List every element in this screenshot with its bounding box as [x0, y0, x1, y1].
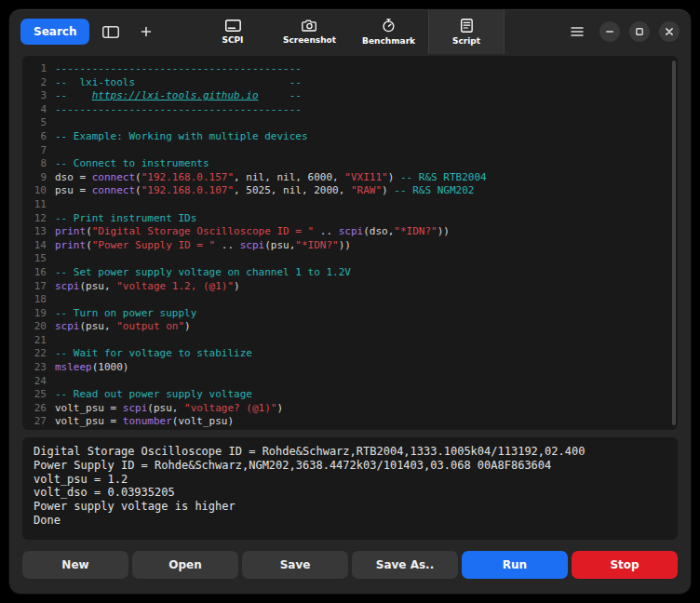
- code-line: 20scpi(psu, "output on"): [22, 320, 678, 334]
- code-line: 1---------------------------------------…: [22, 62, 678, 76]
- maximize-button[interactable]: [629, 21, 650, 42]
- code-line: 10psu = connect("192.168.0.107", 5025, n…: [22, 184, 678, 198]
- code-line: 13print("Digital Storage Oscilloscope ID…: [22, 225, 678, 239]
- code-line: 27volt_psu = tonumber(volt_psu): [22, 415, 678, 429]
- line-number: 11: [22, 198, 55, 212]
- line-number: 16: [22, 266, 55, 280]
- camera-icon: [302, 20, 317, 32]
- tab-scpi[interactable]: SCPI: [195, 9, 270, 54]
- new-tab-button[interactable]: [132, 18, 160, 46]
- line-number: 23: [22, 361, 55, 375]
- line-number: 19: [22, 307, 55, 321]
- line-number: 7: [22, 144, 55, 158]
- line-number: 17: [22, 280, 55, 294]
- line-number: 1: [22, 62, 55, 76]
- line-number: 4: [22, 103, 55, 117]
- code-line: 11: [22, 198, 678, 212]
- console-line: Digital Storage Oscilloscope ID = Rohde&…: [34, 445, 666, 459]
- line-number: 25: [22, 388, 55, 402]
- code-line: 23msleep(1000): [22, 361, 678, 375]
- code-line: 2-- lxi-tools --: [22, 76, 678, 90]
- code-line: 24: [22, 375, 678, 389]
- line-number: 14: [22, 239, 55, 253]
- line-number: 27: [22, 415, 55, 429]
- code-line: 5: [22, 116, 678, 130]
- menu-button[interactable]: [564, 19, 590, 45]
- console-line: Power supply voltage is higher: [34, 500, 666, 514]
- line-number: 9: [22, 171, 55, 185]
- tab-script[interactable]: Script: [428, 9, 505, 54]
- code-line: 25-- Read out power supply voltage: [22, 388, 678, 402]
- open-button[interactable]: Open: [132, 551, 238, 579]
- tab-label: SCPI: [222, 35, 243, 45]
- line-number: 22: [22, 347, 55, 361]
- console-line: volt_psu = 1.2: [34, 473, 666, 487]
- tab-label: Benchmark: [362, 36, 415, 46]
- line-number: 26: [22, 402, 55, 416]
- close-icon: [665, 27, 674, 36]
- line-number: 13: [22, 225, 55, 239]
- new-button[interactable]: New: [22, 551, 128, 579]
- footer-actions: New Open Save Save As.. Run Stop: [9, 540, 691, 594]
- headerbar: Search SCPI Screenshot: [9, 9, 691, 54]
- console-line: Done: [34, 514, 666, 528]
- save-as-button[interactable]: Save As..: [352, 551, 458, 579]
- line-number: 20: [22, 320, 55, 334]
- tab-screenshot[interactable]: Screenshot: [270, 9, 349, 54]
- editor-scrollbar[interactable]: [672, 60, 676, 425]
- mode-tabs: SCPI Screenshot Benchmark Script: [195, 9, 505, 54]
- code-line: 26volt_psu = scpi(psu, "voltage? (@1)"): [22, 402, 678, 416]
- close-button[interactable]: [659, 21, 680, 42]
- line-number: 24: [22, 375, 55, 389]
- tab-benchmark[interactable]: Benchmark: [349, 9, 428, 54]
- tab-label: Screenshot: [283, 35, 336, 45]
- code-line: 16-- Set power supply voltage on channel…: [22, 266, 678, 280]
- code-line: 8-- Connect to instruments: [22, 157, 678, 171]
- minimize-button[interactable]: [599, 21, 620, 42]
- plus-icon: [141, 26, 152, 37]
- code-line: 4---------------------------------------…: [22, 103, 678, 117]
- console-line: Power Supply ID = Rohde&Schwarz,NGM202,3…: [34, 459, 666, 473]
- code-line: 17scpi(psu, "voltage 1.2, (@1)"): [22, 280, 678, 294]
- line-number: 21: [22, 334, 55, 348]
- code-editor[interactable]: 1---------------------------------------…: [22, 56, 678, 430]
- code-line: 19-- Turn on power supply: [22, 307, 678, 321]
- console-output: Digital Storage Oscilloscope ID = Rohde&…: [22, 437, 678, 540]
- sidebar-toggle-icon: [102, 26, 119, 38]
- code-line: 21: [22, 334, 678, 348]
- line-number: 12: [22, 212, 55, 226]
- save-button[interactable]: Save: [242, 551, 348, 579]
- hamburger-menu-icon: [571, 26, 584, 37]
- search-button[interactable]: Search: [20, 19, 89, 45]
- line-number: 2: [22, 76, 55, 90]
- line-number: 15: [22, 252, 55, 266]
- code-lines: 1---------------------------------------…: [22, 62, 678, 429]
- code-line: 9dso = connect("192.168.0.157", nil, nil…: [22, 171, 678, 185]
- line-number: 18: [22, 293, 55, 307]
- code-line: 12-- Print instrument IDs: [22, 212, 678, 226]
- maximize-icon: [635, 27, 644, 36]
- line-number: 10: [22, 184, 55, 198]
- code-line: 14print("Power Supply ID = " .. scpi(psu…: [22, 239, 678, 253]
- code-line: 3-- https://lxi-tools.github.io --: [22, 89, 678, 103]
- tab-label: Script: [452, 36, 480, 46]
- console-line: volt_dso = 0.03935205: [34, 486, 666, 500]
- stopwatch-icon: [382, 19, 396, 33]
- script-document-icon: [461, 19, 473, 33]
- stop-button[interactable]: Stop: [572, 551, 678, 579]
- window-controls: [564, 19, 680, 45]
- code-line: 18: [22, 293, 678, 307]
- code-line: 6-- Example: Working with multiple devic…: [22, 130, 678, 144]
- sidebar-toggle-button[interactable]: [97, 18, 125, 46]
- code-line: 15: [22, 252, 678, 266]
- scpi-display-icon: [224, 20, 240, 32]
- code-line: 7: [22, 144, 678, 158]
- minimize-icon: [605, 27, 614, 36]
- line-number: 3: [22, 89, 55, 103]
- line-number: 6: [22, 130, 55, 144]
- line-number: 8: [22, 157, 55, 171]
- run-button[interactable]: Run: [462, 551, 568, 579]
- code-line: 22-- Wait for voltage to stabilize: [22, 347, 678, 361]
- line-number: 5: [22, 116, 55, 130]
- lxi-tools-window: Search SCPI Screenshot: [9, 9, 691, 594]
